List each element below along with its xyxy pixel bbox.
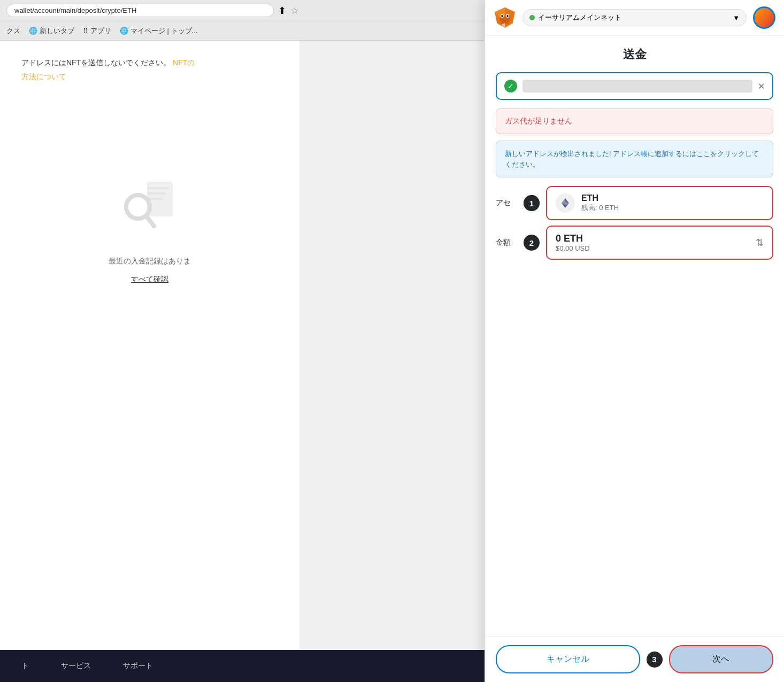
search-large-icon bbox=[123, 179, 176, 248]
main-page: アドレスにはNFTを送信しないでください。 NFTの 方法について 最近の入金記… bbox=[0, 41, 299, 682]
mm-amount-label: 金額 bbox=[496, 238, 517, 247]
bookmark-kus-label: クス bbox=[6, 26, 20, 36]
mm-amount-left: 0 ETH $0.00 USD bbox=[556, 233, 590, 252]
bookmark-apps-label: アプリ bbox=[90, 26, 111, 36]
amount-usd: $0.00 USD bbox=[556, 244, 590, 252]
mm-amount-box[interactable]: 0 ETH $0.00 USD ⇅ bbox=[546, 226, 773, 260]
swap-icon[interactable]: ⇅ bbox=[756, 237, 764, 249]
svg-point-15 bbox=[506, 15, 508, 17]
asset-name: ETH bbox=[581, 193, 619, 203]
mm-asset-section: アセ 1 ETH 残高: 0 bbox=[496, 186, 773, 220]
svg-rect-1 bbox=[147, 187, 168, 189]
footer-item-support[interactable]: サポート bbox=[123, 661, 153, 671]
star-icon[interactable]: ☆ bbox=[290, 5, 299, 17]
footer-step: 3 次へ bbox=[647, 645, 774, 673]
mm-title: 送金 bbox=[485, 36, 784, 68]
network-label: イーサリアムメインネット bbox=[538, 13, 621, 22]
step-badge-2: 2 bbox=[524, 235, 540, 251]
bookmark-newtab-label: 新しいタブ bbox=[40, 26, 74, 36]
asset-balance-label: 残高: bbox=[581, 204, 597, 212]
footer-left: ト サービス サポート bbox=[21, 661, 321, 671]
mm-close-button[interactable]: ✕ bbox=[758, 81, 765, 91]
bookmark-apps[interactable]: ⠿ アプリ bbox=[83, 26, 111, 36]
no-records-text: 最近の入金記録はありま bbox=[109, 257, 191, 266]
next-button[interactable]: 次へ bbox=[669, 645, 774, 673]
footer-item-service[interactable]: サービス bbox=[61, 661, 91, 671]
eth-logo bbox=[556, 193, 575, 213]
metamask-popup: イーサリアムメインネット ▼ 送金 ✓ ✕ ガス代が足りません 新しいアドレスが… bbox=[485, 0, 784, 682]
metamask-logo bbox=[494, 6, 516, 29]
nft-link-anchor[interactable]: NFTの bbox=[173, 58, 195, 67]
bookmark-mypage[interactable]: 🌐 マイページ | トップ... bbox=[120, 26, 197, 36]
mm-amount-section: 金額 2 0 ETH $0.00 USD ⇅ bbox=[496, 226, 773, 260]
mm-footer: キャンセル 3 次へ bbox=[485, 636, 784, 682]
nft-link[interactable]: NFTの bbox=[173, 58, 195, 67]
mm-address-field[interactable] bbox=[522, 80, 752, 92]
view-all-link[interactable]: すべて確認 bbox=[131, 275, 168, 284]
share-icon[interactable]: ⬆ bbox=[278, 5, 286, 17]
bookmark-mypage-label: マイページ | トップ... bbox=[130, 26, 197, 36]
mm-warning-box: ガス代が足りません bbox=[496, 108, 773, 134]
mm-asset-info: ETH 残高: 0 ETH bbox=[581, 193, 619, 213]
step-badge-1: 1 bbox=[524, 195, 540, 211]
asset-balance: 残高: 0 ETH bbox=[581, 203, 619, 213]
warning-line1: アドレスにはNFTを送信しないでください。 bbox=[21, 58, 171, 67]
mm-network-button[interactable]: イーサリアムメインネット ▼ bbox=[522, 9, 747, 26]
mm-warning-text: ガス代が足りません bbox=[505, 117, 764, 126]
mm-asset-selector[interactable]: ETH 残高: 0 ETH bbox=[546, 186, 773, 220]
amount-eth: 0 ETH bbox=[556, 233, 590, 244]
how-to-link[interactable]: 方法について bbox=[21, 72, 66, 81]
svg-point-14 bbox=[501, 15, 503, 17]
step-badge-3: 3 bbox=[647, 652, 663, 668]
network-dot bbox=[529, 15, 535, 20]
mm-check-icon: ✓ bbox=[504, 80, 517, 92]
warning-text: アドレスにはNFTを送信しないでください。 NFTの 方法について bbox=[21, 57, 278, 83]
eth-svg bbox=[559, 197, 571, 209]
mm-info-box[interactable]: 新しいアドレスが検出されました! アドレス帳に追加するにはここをクリックしてくだ… bbox=[496, 141, 773, 177]
mm-info-text: 新しいアドレスが検出されました! アドレス帳に追加するにはここをクリックしてくだ… bbox=[505, 149, 764, 169]
url-bar[interactable]: wallet/account/main/deposit/crypto/ETH bbox=[6, 4, 274, 17]
footer-item-to[interactable]: ト bbox=[21, 661, 29, 671]
mm-address-input[interactable]: ✓ ✕ bbox=[496, 72, 773, 100]
svg-line-5 bbox=[147, 216, 154, 226]
bookmark-newtab[interactable]: 🌐 新しいタブ bbox=[29, 26, 74, 36]
mm-info-text-content: 新しいアドレスが検出されました! アドレス帳に追加するにはここをクリックしてくだ… bbox=[505, 150, 759, 168]
bookmark-kus[interactable]: クス bbox=[6, 26, 20, 36]
svg-rect-2 bbox=[147, 192, 166, 195]
mm-asset-label: アセ bbox=[496, 198, 517, 208]
search-placeholder: 最近の入金記録はありま すべて確認 bbox=[21, 179, 278, 284]
mm-header: イーサリアムメインネット ▼ bbox=[485, 0, 784, 36]
asset-balance-value: 0 ETH bbox=[599, 204, 619, 212]
chevron-down-icon: ▼ bbox=[733, 14, 740, 22]
cancel-button[interactable]: キャンセル bbox=[496, 645, 640, 673]
mm-avatar[interactable] bbox=[753, 6, 775, 29]
